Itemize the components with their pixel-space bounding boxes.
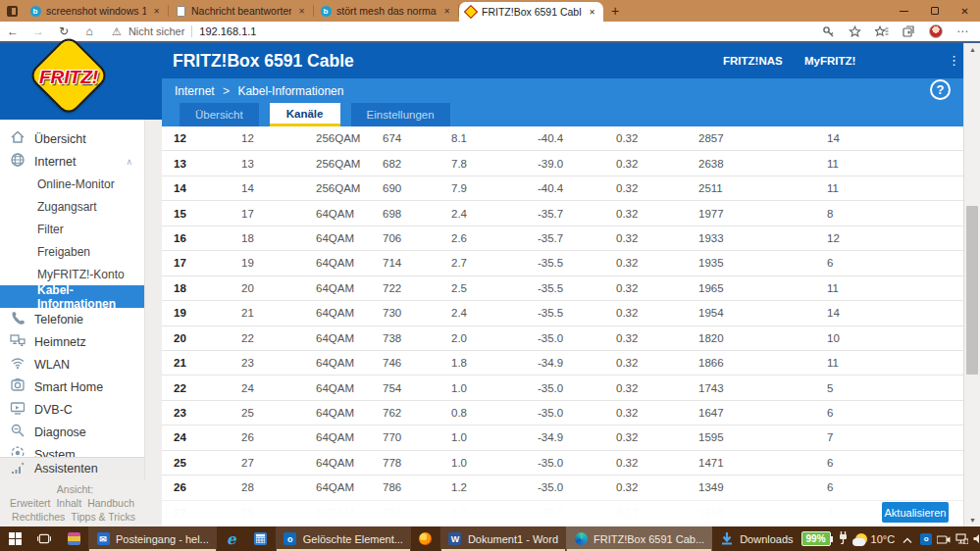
weather-widget[interactable]: 10°C	[855, 533, 896, 545]
new-tab-button[interactable]: +	[603, 0, 627, 22]
browser-tab[interactable]: bscreenshot windows 10 - Bing✕	[24, 0, 168, 22]
table-cell: 15	[162, 208, 232, 220]
taskbar-ie-button[interactable]: e	[217, 526, 246, 551]
footer-link[interactable]: Rechtliches	[12, 511, 65, 523]
tab-close-icon[interactable]: ✕	[151, 7, 162, 16]
footer-link[interactable]: Inhalt	[56, 497, 81, 509]
table-cell: 2.7	[441, 257, 528, 269]
table-cell: 2.5	[441, 282, 528, 294]
taskbar-mail-button[interactable]: ✉Posteingang - hel...	[88, 526, 217, 551]
breadcrumb-section[interactable]: Internet	[175, 84, 215, 98]
sidebar-item-bersicht[interactable]: Übersicht	[0, 127, 144, 150]
profile-avatar[interactable]	[929, 25, 943, 38]
taskbar-word-button[interactable]: WDokument1 - Word	[440, 526, 566, 551]
sidebar-subitem-filter[interactable]: Filter	[0, 218, 144, 240]
browser-tab[interactable]: Nachricht beantworten - Vodafo✕	[169, 0, 313, 22]
browser-tab[interactable]: FRITZ!Box 6591 Cable✕	[459, 2, 603, 22]
taskbar-taskview-button[interactable]	[29, 526, 59, 551]
sidebar-item-wlan[interactable]: WLAN	[0, 353, 144, 376]
taskbar-winrar-button[interactable]	[59, 526, 88, 551]
table-row[interactable]: 202264QAM7382.0-35.00.32182010	[162, 326, 963, 351]
volume-tray-icon[interactable]	[973, 530, 980, 548]
sidebar-subitem-kabelinformationen[interactable]: Kabel-Informationen	[0, 285, 144, 308]
favorites-list-icon[interactable]	[875, 25, 889, 38]
taskbar-outlook-button[interactable]: oGelöschte Element...	[276, 526, 411, 551]
table-cell: 20	[232, 282, 306, 294]
battery-indicator[interactable]: 99%	[801, 531, 831, 546]
footer-link[interactable]: Tipps & Tricks	[71, 511, 135, 523]
tab-close-icon[interactable]: ✕	[296, 7, 307, 16]
page-title: FRITZ!Box 6591 Cable	[173, 43, 354, 78]
sidebar-item-smarthome[interactable]: Smart Home	[0, 376, 144, 398]
table-row[interactable]: 171964QAM7142.7-35.50.3219356	[162, 251, 963, 276]
sidebar-item-heimnetz[interactable]: Heimnetz	[0, 330, 144, 353]
favorite-star-icon[interactable]	[849, 25, 861, 38]
table-cell: 762	[373, 407, 441, 419]
table-row[interactable]: 222464QAM7541.0-35.00.3217435	[162, 376, 963, 400]
footer-link[interactable]: Handbuch	[87, 497, 134, 509]
sidebar-subitem-freigaben[interactable]: Freigaben	[0, 240, 144, 263]
tab-close-icon[interactable]: ✕	[441, 7, 452, 16]
sidebar-subitem-zugangsart[interactable]: Zugangsart	[0, 195, 144, 218]
scrollbar-thumb[interactable]	[966, 206, 978, 375]
back-icon[interactable]: ←	[0, 25, 26, 38]
table-cell: 256QAM	[306, 158, 373, 170]
tray-expand-chevron-icon[interactable]	[903, 530, 912, 548]
table-row[interactable]: 1313256QAM6827.8-39.00.32263811	[162, 151, 963, 175]
password-key-icon[interactable]	[822, 25, 835, 38]
sidebar-item-dvbc[interactable]: DVB-C	[0, 398, 144, 421]
taskbar-downloads-button[interactable]: Downloads	[712, 526, 800, 551]
table-row[interactable]: 182064QAM7222.5-35.50.32196511	[162, 276, 963, 301]
taskbar-calendar-button[interactable]	[246, 526, 276, 551]
fritz-tab-kanle[interactable]: Kanäle	[270, 103, 340, 126]
table-row[interactable]: 192164QAM7302.4-35.50.32195414	[162, 301, 963, 326]
tab-close-icon[interactable]: ✕	[587, 8, 597, 17]
vertical-tabs-icon[interactable]	[0, 0, 24, 22]
forward-icon[interactable]: →	[26, 25, 51, 38]
scroll-up-icon[interactable]: ▲	[964, 43, 980, 56]
help-button[interactable]: ?	[930, 79, 951, 100]
sidebar-item-label: Diagnose	[34, 426, 86, 439]
refresh-icon[interactable]: ↻	[51, 25, 77, 38]
sidebar-item-diagnose[interactable]: Diagnose	[0, 421, 144, 443]
table-row[interactable]: 232564QAM7620.8-35.00.3216476	[162, 401, 963, 426]
close-button[interactable]: ✕	[950, 0, 980, 22]
outlook-tray-icon[interactable]: o	[920, 533, 932, 545]
sidebar-item-internet[interactable]: Internet∧	[0, 150, 144, 173]
maximize-button[interactable]	[919, 0, 950, 22]
fritz-tab-einstellungen[interactable]: Einstellungen	[351, 103, 450, 126]
table-row[interactable]: 252764QAM7781.0-35.00.3214716	[162, 451, 963, 476]
table-row[interactable]: 242664QAM7701.0-34.90.3215957	[162, 426, 963, 450]
myfritz-link[interactable]: MyFRITZ!	[804, 43, 855, 78]
table-row[interactable]: 1414256QAM6907.9-40.40.32251111	[162, 176, 963, 201]
table-cell: 21	[162, 357, 232, 369]
table-row[interactable]: 212364QAM7461.8-34.90.32186611	[162, 351, 963, 376]
menu-dots-icon[interactable]: ⋮	[948, 43, 960, 78]
table-row[interactable]: 151764QAM6982.4-35.70.3219778	[162, 201, 963, 225]
home-icon[interactable]: ⌂	[77, 25, 102, 38]
table-row[interactable]: 1212256QAM6748.1-40.40.32285714	[162, 126, 963, 151]
sidebar-item-assistenten[interactable]: Assistenten	[0, 457, 145, 479]
table-cell: 64QAM	[306, 407, 373, 419]
url-field[interactable]: ⚠ Nicht sicher 192.168.1.1	[112, 25, 822, 38]
sidebar-item-telefonie[interactable]: Telefonie	[0, 308, 144, 330]
table-row[interactable]: 161864QAM7062.6-35.70.32193312	[162, 226, 963, 251]
scroll-down-icon[interactable]: ▼	[964, 514, 980, 526]
collections-icon[interactable]	[903, 25, 915, 38]
camera-tray-icon[interactable]	[937, 530, 951, 548]
browser-tab[interactable]: bstört mesh das normalen wlan e✕	[314, 0, 458, 22]
fritz-tab-bersicht[interactable]: Übersicht	[180, 103, 259, 126]
network-tray-icon[interactable]	[955, 530, 968, 548]
minimize-button[interactable]	[889, 0, 919, 22]
refresh-button[interactable]: Aktualisieren	[882, 502, 949, 523]
table-cell: 1.0	[441, 431, 528, 443]
fritznas-link[interactable]: FRITZ!NAS	[723, 43, 783, 78]
table-cell: 682	[373, 158, 441, 170]
taskbar-edge-button[interactable]: FRITZ!Box 6591 Cab...	[566, 526, 712, 551]
table-cell: 0.8	[441, 407, 528, 419]
settings-menu-icon[interactable]: ⋯	[956, 25, 968, 38]
browser-scrollbar[interactable]: ▲ ▼	[963, 43, 980, 526]
sidebar-subitem-onlinemonitor[interactable]: Online-Monitor	[0, 173, 144, 195]
taskbar-start-button[interactable]	[0, 526, 29, 551]
taskbar-firefox-button[interactable]	[411, 526, 440, 551]
